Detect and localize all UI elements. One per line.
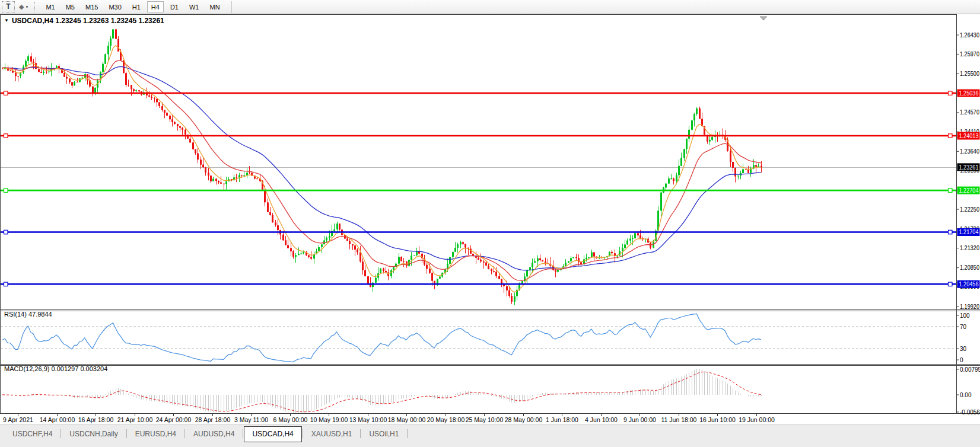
svg-text:1.21320: 1.21320 — [960, 245, 979, 251]
svg-text:1.25970: 1.25970 — [960, 51, 979, 58]
svg-text:1.22704: 1.22704 — [959, 187, 979, 194]
svg-text:3 May 11:00: 3 May 11:00 — [234, 416, 268, 423]
svg-text:1.23261: 1.23261 — [959, 164, 979, 171]
timeframe-button-h4[interactable]: H4 — [147, 1, 164, 12]
svg-text:4 Jun 10:00: 4 Jun 10:00 — [585, 416, 618, 423]
tab-audusd-h4[interactable]: AUDUSD,H4 — [186, 428, 242, 440]
svg-text:1.21704: 1.21704 — [959, 229, 979, 235]
tab-separator — [61, 429, 61, 438]
svg-text:1.24570: 1.24570 — [960, 109, 979, 116]
tab-eurusd-h4[interactable]: EURUSD,H4 — [128, 428, 184, 440]
svg-text:1.26430: 1.26430 — [960, 32, 979, 39]
tab-separator — [303, 429, 303, 438]
svg-text:0.00: 0.00 — [960, 392, 972, 398]
chart-title-text: USDCAD,H4 1.23245 1.23263 1.23245 1.2326… — [12, 17, 164, 25]
svg-text:16 Apr 18:00: 16 Apr 18:00 — [78, 416, 114, 423]
timeframe-button-group: M1M5M15M30H1H4D1W1MN — [40, 1, 225, 12]
timeframe-button-w1[interactable]: W1 — [185, 1, 203, 12]
svg-text:0.007959: 0.007959 — [960, 366, 980, 373]
tab-usdcnh-daily[interactable]: USDCNH,Daily — [62, 428, 125, 440]
chart-window: RSI(14) 47.9844MACD(12,26,9) 0.001297 0.… — [0, 14, 980, 424]
timeframe-button-m15[interactable]: M15 — [81, 1, 102, 12]
svg-text:1.24013: 1.24013 — [959, 133, 979, 139]
time-axis[interactable]: 9 Apr 202114 Apr 00:0016 Apr 18:0021 Apr… — [3, 414, 775, 423]
timeframe-button-mn[interactable]: MN — [205, 1, 224, 12]
tab-usdcad-h4[interactable]: USDCAD,H4 — [244, 426, 301, 442]
tab-separator — [360, 429, 361, 438]
svg-text:25 May 10:00: 25 May 10:00 — [466, 416, 504, 423]
svg-text:1.19920: 1.19920 — [960, 304, 979, 310]
svg-text:10 May 19:00: 10 May 19:00 — [310, 416, 348, 423]
toolbar-separator — [231, 1, 232, 13]
svg-text:28 Apr 18:00: 28 Apr 18:00 — [195, 416, 231, 423]
diamond-icon: ◆ — [19, 4, 24, 10]
price-tag-1.21704: 1.21704 — [957, 228, 980, 236]
tab-separator — [243, 429, 243, 438]
tab-usdchf-h4[interactable]: USDCHF,H4 — [5, 428, 60, 440]
tab-xauusd-h1[interactable]: XAUUSD,H1 — [304, 428, 360, 440]
svg-text:0: 0 — [960, 357, 963, 363]
toolbar-grip — [34, 2, 35, 12]
svg-text:28 May 00:00: 28 May 00:00 — [505, 416, 543, 423]
svg-text:20 May 18:00: 20 May 18:00 — [427, 416, 465, 423]
price-axis[interactable]: 1.264301.259701.255001.245701.241101.236… — [957, 32, 980, 416]
svg-text:-0.005663: -0.005663 — [960, 409, 980, 416]
svg-text:1.23640: 1.23640 — [960, 148, 979, 155]
svg-text:1.20456: 1.20456 — [959, 281, 979, 288]
chart-title: ▼ USDCAD,H4 1.23245 1.23263 1.23245 1.23… — [4, 17, 164, 25]
tab-separator — [184, 429, 185, 438]
svg-text:1.20850: 1.20850 — [960, 264, 979, 271]
timeframe-button-d1[interactable]: D1 — [166, 1, 183, 12]
tab-separator — [407, 429, 408, 438]
svg-text:21 Apr 10:00: 21 Apr 10:00 — [117, 416, 153, 423]
chart-tab-bar: USDCHF,H4USDCNH,DailyEURUSD,H4AUDUSD,H4U… — [0, 424, 980, 447]
svg-text:6 May 00:00: 6 May 00:00 — [273, 416, 308, 423]
svg-text:9 Apr 2021: 9 Apr 2021 — [3, 416, 33, 423]
svg-text:1 Jun 18:00: 1 Jun 18:00 — [546, 416, 578, 423]
symbol-dropdown-icon[interactable]: ▼ — [4, 18, 9, 23]
price-tag-1.25036: 1.25036 — [957, 90, 980, 97]
svg-text:1.25036: 1.25036 — [959, 90, 979, 97]
svg-text:9 Jun 00:00: 9 Jun 00:00 — [623, 416, 656, 423]
timeframe-button-m5[interactable]: M5 — [62, 1, 79, 12]
text-tool-button[interactable]: T — [2, 1, 15, 12]
timeframe-button-h1[interactable]: H1 — [128, 1, 145, 12]
price-tag-1.22704: 1.22704 — [957, 187, 980, 194]
dropdown-caret-icon: ▼ — [25, 5, 28, 9]
svg-text:14 Apr 00:00: 14 Apr 00:00 — [40, 416, 75, 423]
timeframe-button-m30[interactable]: M30 — [104, 1, 125, 12]
svg-text:13 May 10:00: 13 May 10:00 — [349, 416, 387, 423]
current-price-tag: 1.23261 — [957, 163, 980, 171]
drawing-tools-button[interactable]: ◆ ▼ — [17, 1, 31, 12]
chart-frame — [1, 15, 957, 414]
svg-text:24 Apr 00:00: 24 Apr 00:00 — [156, 416, 192, 423]
svg-text:1.25500: 1.25500 — [960, 71, 979, 77]
tab-usoil-h1[interactable]: USOil,H1 — [361, 428, 406, 440]
rsi-label: RSI(14) 47.9844 — [4, 311, 52, 318]
macd-label: MACD(12,26,9) 0.001297 0.003204 — [4, 365, 107, 372]
price-tag-1.20456: 1.20456 — [957, 280, 980, 288]
svg-text:18 May 00:00: 18 May 00:00 — [388, 416, 426, 423]
chart-canvas[interactable]: RSI(14) 47.9844MACD(12,26,9) 0.001297 0.… — [0, 14, 980, 424]
svg-text:1.22250: 1.22250 — [960, 206, 979, 213]
top-toolbar: T ◆ ▼ M1M5M15M30H1H4D1W1MN — [0, 0, 980, 14]
tab-separator — [126, 429, 127, 438]
svg-text:16 Jun 10:00: 16 Jun 10:00 — [699, 416, 736, 423]
mt4-terminal: T ◆ ▼ M1M5M15M30H1H4D1W1MN RSI(14) 47.98… — [0, 0, 980, 447]
price-tag-1.24013: 1.24013 — [957, 132, 980, 140]
svg-text:19 Jun 00:00: 19 Jun 00:00 — [739, 416, 775, 423]
svg-text:100: 100 — [960, 312, 970, 319]
svg-text:70: 70 — [960, 324, 967, 330]
svg-text:30: 30 — [960, 346, 967, 352]
timeframe-button-m1[interactable]: M1 — [42, 1, 59, 12]
svg-text:11 Jun 18:00: 11 Jun 18:00 — [661, 416, 697, 423]
